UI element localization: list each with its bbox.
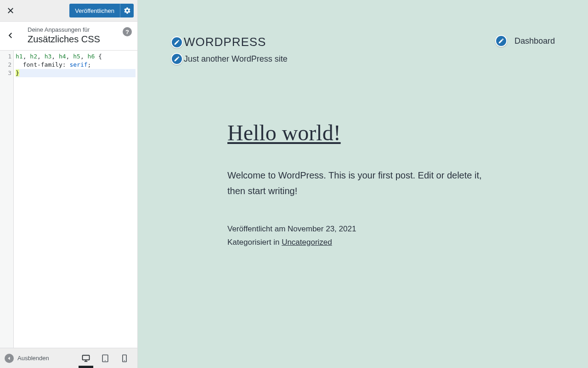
code-line: h1, h2, h3, h4, h5, h6 { <box>16 52 136 61</box>
editor-gutter: 1 2 3 <box>0 51 14 348</box>
panel-footer: Ausblenden <box>0 348 137 368</box>
pencil-icon <box>498 38 504 44</box>
device-mobile-button[interactable] <box>115 349 134 368</box>
post-body: Welcome to WordPress. This is your first… <box>227 167 498 199</box>
mobile-icon <box>120 354 129 363</box>
site-tagline: Just another WordPress site <box>184 54 288 64</box>
help-icon: ? <box>125 29 129 35</box>
publish-area: Veröffentlichen <box>69 4 134 17</box>
site-title[interactable]: WORDPRESS <box>184 35 266 49</box>
code-line: font-family: serif; <box>16 61 136 69</box>
line-number: 3 <box>0 69 11 77</box>
gear-icon <box>124 7 131 14</box>
edit-shortcut-title[interactable] <box>171 36 183 48</box>
post-category-link[interactable]: Uncategorized <box>282 238 332 247</box>
heading-text: Deine Anpassungen für Zusätzliches CSS <box>21 26 133 45</box>
collapse-label: Ausblenden <box>17 355 49 362</box>
pencil-icon <box>174 56 180 62</box>
close-icon <box>6 6 15 15</box>
panel-heading: Deine Anpassungen für Zusätzliches CSS ? <box>0 22 137 51</box>
publish-settings-button[interactable] <box>120 4 134 17</box>
device-tablet-button[interactable] <box>96 349 114 368</box>
line-number: 1 <box>0 52 11 61</box>
heading-pretitle: Deine Anpassungen für <box>28 26 133 33</box>
post-meta: Veröffentlicht am November 23, 2021 Kate… <box>227 223 498 249</box>
back-button[interactable] <box>0 26 21 45</box>
tablet-icon <box>101 354 110 363</box>
edit-shortcut-tagline[interactable] <box>171 53 183 65</box>
publish-button[interactable]: Veröffentlichen <box>69 4 120 17</box>
nav-link-dashboard[interactable]: Dashboard <box>514 36 555 46</box>
edit-shortcut-nav[interactable] <box>495 35 507 47</box>
customizer-panel: Veröffentlichen Deine Anpassungen für Zu… <box>0 0 138 368</box>
post-categorized: Kategorisiert in Uncategorized <box>227 236 498 249</box>
site-branding: WORDPRESS Just another WordPress site <box>171 35 288 65</box>
editor-code[interactable]: h1, h2, h3, h4, h5, h6 { font-family: se… <box>14 51 137 348</box>
site-header: WORDPRESS Just another WordPress site Da… <box>138 0 588 65</box>
heading-title: Zusätzliches CSS <box>28 34 133 45</box>
desktop-icon <box>81 354 90 363</box>
site-nav: Dashboard <box>495 35 555 47</box>
collapse-icon <box>5 354 14 363</box>
device-desktop-button[interactable] <box>77 349 95 368</box>
preview-frame: WORDPRESS Just another WordPress site Da… <box>138 0 588 368</box>
post-published: Veröffentlicht am November 23, 2021 <box>227 223 498 236</box>
device-switcher <box>77 349 134 368</box>
post-title[interactable]: Hello world! <box>227 120 498 145</box>
css-editor[interactable]: 1 2 3 h1, h2, h3, h4, h5, h6 { font-fami… <box>0 51 137 348</box>
collapse-toggle[interactable]: Ausblenden <box>5 354 49 363</box>
chevron-left-icon <box>6 31 15 40</box>
svg-marker-2 <box>8 356 10 360</box>
pencil-icon <box>174 39 180 46</box>
line-number: 2 <box>0 61 11 69</box>
help-button[interactable]: ? <box>123 27 132 36</box>
svg-rect-3 <box>83 355 90 360</box>
code-line: } <box>16 69 136 77</box>
close-button[interactable] <box>0 0 21 21</box>
post: Hello world! Welcome to WordPress. This … <box>223 120 503 249</box>
panel-top-bar: Veröffentlichen <box>0 0 137 22</box>
post-date: November 23, 2021 <box>288 224 356 233</box>
